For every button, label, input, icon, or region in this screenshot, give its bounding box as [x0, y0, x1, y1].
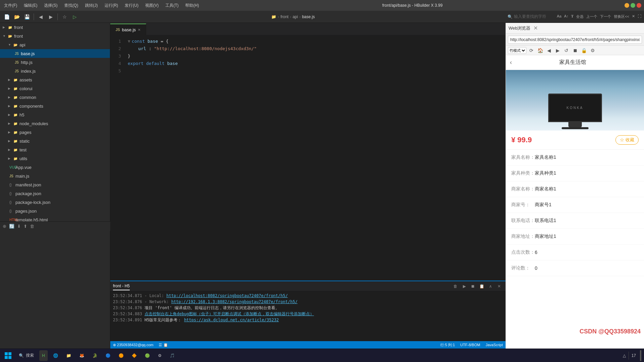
nav-stop[interactable]: ⏹ — [571, 47, 579, 54]
toolbar-open[interactable]: 📂 — [13, 13, 21, 21]
tree-item-test[interactable]: ▶ 📁 test — [0, 145, 110, 154]
fold-icon[interactable]: ▼ — [128, 39, 130, 44]
toolbar-new[interactable]: 📄 — [3, 13, 11, 21]
nav-refresh-clear[interactable]: ⟳ — [528, 47, 535, 54]
menu-jump[interactable]: 跳转(J) — [84, 3, 99, 8]
console-stop-btn[interactable]: ⏹ — [469, 283, 477, 290]
sidebar-btn-3[interactable]: ⬇ — [17, 224, 21, 229]
tree-item-front-collapsed[interactable]: ▶ 📁 front — [0, 23, 110, 32]
breadcrumb-api[interactable]: api — [292, 14, 298, 19]
tray-icon-1[interactable]: △ — [623, 353, 626, 358]
log-link[interactable]: https://ask.dcloud.net.cn/article/35232 — [184, 318, 279, 322]
breadcrumb-file[interactable]: base.js — [302, 14, 315, 19]
console-run-btn[interactable]: ▶ — [460, 283, 468, 290]
menu-tools[interactable]: 工具(T) — [164, 3, 180, 8]
log-link[interactable]: 点击控制台右上角debug图标（虫子）可开启断点调试（添加断点，双击编辑器行号添… — [145, 312, 314, 316]
status-user[interactable]: ⊕ 2350938432@qq.com — [113, 343, 153, 347]
collect-button[interactable]: ☆ 收藏 — [615, 135, 639, 145]
menu-run[interactable]: 运行(R) — [103, 3, 120, 8]
console-save-btn[interactable]: 📋 — [478, 283, 485, 290]
taskbar-search[interactable]: 🔍 搜索 — [16, 350, 37, 361]
taskbar-app2[interactable]: 🐊 — [90, 350, 100, 361]
tree-item-assets[interactable]: ▶ 📁 assets — [0, 75, 110, 84]
console-close-btn[interactable]: ✕ — [495, 283, 503, 290]
taskbar-browser[interactable]: 🌐 — [50, 350, 61, 361]
tree-item-http-js[interactable]: JS http.js — [0, 58, 110, 67]
sidebar-btn-1[interactable]: ⊕ — [3, 224, 6, 229]
tree-item-front-expanded[interactable]: ▼ 📂 front — [0, 32, 110, 40]
sidebar-btn-2[interactable]: 🔄 — [9, 224, 14, 229]
log-link[interactable]: http://192.168.1.3:8082/springbootau7240… — [171, 299, 297, 304]
start-button[interactable] — [3, 350, 13, 361]
nav-lock[interactable]: 🔒 — [580, 47, 588, 54]
taskbar-app1[interactable]: 🦊 — [77, 350, 87, 361]
tree-item-index-js[interactable]: JS index.js — [0, 67, 110, 75]
sidebar-btn-4[interactable]: ⬆ — [24, 224, 27, 229]
menu-help[interactable]: 帮助(H) — [184, 3, 200, 8]
minimize-btn[interactable] — [625, 3, 629, 8]
toolbar-close-search[interactable]: ✕ — [632, 14, 635, 19]
nav-forward[interactable]: ▶ — [554, 47, 561, 54]
tree-item-h5[interactable]: ▶ 📁 h5 — [0, 110, 110, 119]
tree-item-colorui[interactable]: ▶ 📁 colorui — [0, 84, 110, 93]
breadcrumb-front[interactable]: front — [280, 14, 288, 19]
nav-reload[interactable]: ↺ — [563, 47, 570, 54]
taskbar-app8[interactable]: 🎵 — [167, 350, 177, 361]
tree-item-base-js[interactable]: JS base.js — [0, 49, 110, 58]
tree-item-node-modules[interactable]: ▶ 📁 node_modules — [0, 119, 110, 128]
toolbar-fullscreen[interactable]: ⛶ — [638, 14, 641, 19]
toolbar-bookmark[interactable]: ☆ — [61, 13, 69, 21]
console-tab-front-h5[interactable]: front - H5 — [113, 282, 130, 290]
tree-item-main-js[interactable]: JS main.js — [0, 172, 110, 180]
tree-item-api[interactable]: ▼ 📂 api — [0, 40, 110, 49]
nav-back[interactable]: ◀ — [545, 47, 553, 54]
preview-header: ‹ 家具生活馆 — [506, 55, 644, 70]
menu-edit[interactable]: 编辑(E) — [23, 3, 39, 8]
taskbar-app3[interactable]: 🔵 — [103, 350, 113, 361]
tree-item-pages[interactable]: ▶ 📁 pages — [0, 128, 110, 137]
console-collapse-btn[interactable]: ∧ — [487, 283, 494, 290]
taskbar-files[interactable]: 📁 — [64, 350, 74, 361]
code-content[interactable]: ▼const base = { url : "http://localhost:… — [124, 35, 506, 281]
breadcrumb-root[interactable]: 📁 — [271, 14, 276, 19]
maximize-btn[interactable] — [631, 3, 635, 8]
nav-devtools[interactable]: ⚙ — [589, 47, 596, 54]
taskbar-hbuilder[interactable]: H — [39, 350, 48, 361]
taskbar-app5[interactable]: 🔶 — [129, 350, 139, 361]
tree-item-package-lock[interactable]: {} package-lock.json — [0, 198, 110, 207]
menu-select[interactable]: 选择(S) — [43, 3, 59, 8]
editor-tab-base-js[interactable]: JS base.js ✕ — [110, 24, 146, 35]
back-arrow-icon[interactable]: ‹ — [510, 59, 512, 66]
nav-home[interactable]: 🏠 — [536, 47, 544, 54]
tab-close-btn[interactable]: ✕ — [138, 28, 140, 32]
tree-item-utils[interactable]: ▶ 📁 utils — [0, 154, 110, 163]
viewport-select[interactable]: 竹模式 响应式 — [508, 47, 526, 54]
taskbar-app6[interactable]: 🟢 — [142, 350, 153, 361]
tree-item-components[interactable]: ▶ 📁 components — [0, 102, 110, 110]
toolbar-run[interactable]: ▷ — [71, 13, 79, 21]
close-btn[interactable] — [637, 3, 641, 8]
tree-item-static[interactable]: ▶ 📁 static — [0, 137, 110, 145]
svg-rect-1 — [8, 352, 11, 355]
menu-find[interactable]: 查找(Q) — [63, 3, 79, 8]
menu-file[interactable]: 文件(F) — [3, 3, 18, 8]
tree-item-package[interactable]: {} package.json — [0, 189, 110, 198]
taskbar-app7[interactable]: ⚙ — [155, 350, 164, 361]
show-desktop-btn[interactable] — [640, 350, 641, 361]
log-link[interactable]: http://localhost:8082/springbootau72407e… — [166, 293, 288, 298]
browser-close-btn[interactable]: ✕ — [533, 25, 538, 31]
tree-item-app-vue[interactable]: VUE App.vue — [0, 163, 110, 172]
tree-item-common[interactable]: ▶ 📁 common — [0, 93, 110, 102]
toolbar-forward[interactable]: ▶ — [47, 13, 55, 21]
menu-view[interactable]: 视图(V) — [144, 3, 160, 8]
sidebar-btn-5[interactable]: 🗑 — [30, 224, 34, 229]
toolbar-save[interactable]: 💾 — [23, 13, 31, 21]
search-icon: 🔍 — [19, 353, 24, 358]
console-clear-btn[interactable]: 🗑 — [452, 283, 459, 290]
taskbar-app4[interactable]: 🟠 — [116, 350, 126, 361]
toolbar-back[interactable]: ◀ — [37, 13, 45, 21]
tree-item-manifest[interactable]: {} manifest.json — [0, 180, 110, 189]
browser-url-input[interactable] — [508, 36, 642, 44]
menu-publish[interactable]: 发行(U) — [123, 3, 140, 8]
tree-item-pages-json[interactable]: {} pages.json — [0, 207, 110, 215]
